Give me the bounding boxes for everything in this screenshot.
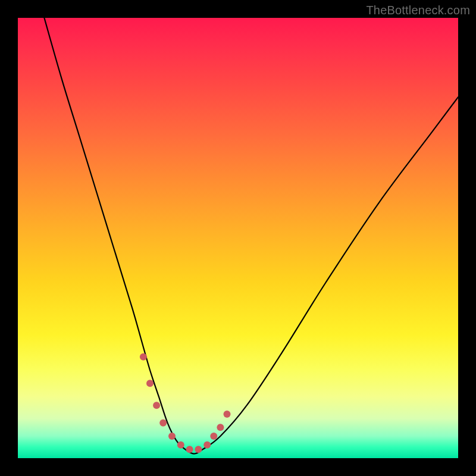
highlight-dot — [195, 446, 202, 453]
highlight-dot — [217, 424, 224, 431]
highlight-dots — [140, 353, 231, 453]
highlight-dot — [140, 353, 147, 361]
watermark-text: TheBottleneck.com — [366, 4, 470, 17]
bottleneck-curve — [44, 18, 458, 454]
highlight-dot — [177, 441, 184, 449]
highlight-dot — [146, 380, 154, 387]
highlight-dot — [210, 433, 217, 440]
curve-layer — [18, 18, 458, 458]
highlight-dot — [224, 411, 231, 418]
highlight-dot — [159, 419, 167, 427]
highlight-dot — [153, 402, 160, 409]
highlight-dot — [186, 446, 193, 453]
highlight-dot — [168, 433, 176, 440]
chart-frame: TheBottleneck.com — [0, 0, 476, 476]
highlight-dot — [203, 441, 211, 449]
plot-area — [18, 18, 458, 458]
